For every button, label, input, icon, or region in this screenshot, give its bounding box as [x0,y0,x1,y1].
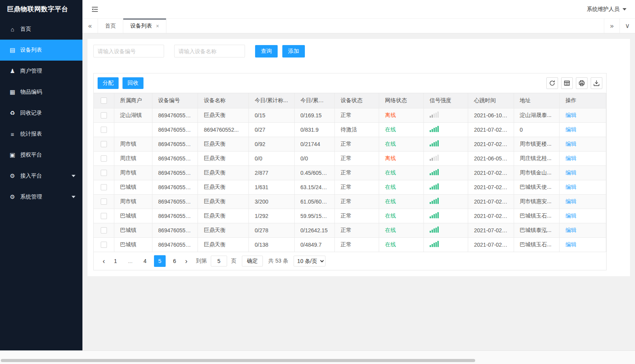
network-status-badge: 离线 [385,112,396,118]
cell-device-status: 正常 [335,165,379,180]
cell-weigh-count: 2/877 [248,165,294,180]
row-checkbox[interactable] [101,213,107,219]
tab-label: 设备列表 [130,23,152,30]
page-button[interactable]: 6 [169,255,180,267]
sidebar-item-system-management[interactable]: ⚙ 系统管理 [0,186,82,207]
pagination-pages: 1 ... 4 5 6 [108,255,182,267]
page-size-select[interactable]: 10 条/页 [294,256,325,266]
add-button[interactable]: 添加 [282,45,305,57]
chevron-down-icon [72,196,75,198]
row-checkbox[interactable] [101,227,107,233]
cell-device-status: 正常 [335,209,379,223]
row-checkbox[interactable] [101,112,107,118]
cell-device-no: 8694760552... [152,108,198,122]
page-button[interactable]: 4 [139,255,151,267]
cell-weigh-weight: 0/0 [294,151,334,165]
edit-link[interactable]: 编辑 [565,198,576,204]
sidebar-item-merchant-management[interactable]: ♟ 商户管理 [0,61,82,82]
table-row: 巴城镇 8694760551... 巨鼎天衡 1/292 59.95/15382… [94,209,606,223]
confirm-button[interactable]: 确定 [242,256,263,266]
page-button[interactable]: ... [124,255,136,267]
main-area: 系统维护人员 « 首页 设备列表 × » ∨ [82,0,635,350]
assign-button[interactable]: 分配 [98,77,119,89]
network-status-badge: 在线 [385,184,396,190]
print-icon[interactable] [576,77,588,89]
page-button[interactable]: 1 [110,255,121,267]
row-checkbox[interactable] [101,155,107,162]
scrollbar-thumb[interactable] [1,359,475,362]
cell-weigh-count: 0/278 [248,223,294,237]
sidebar-item-device-list[interactable]: ▤ 设备列表 [0,40,82,61]
edit-link[interactable]: 编辑 [565,227,576,233]
tab-device-list[interactable]: 设备列表 × [123,19,166,33]
cell-address: 巴城镇天使... [514,180,560,194]
col-network-status: 网络状态 [379,93,423,108]
edit-link[interactable]: 编辑 [565,126,576,132]
recycle-button[interactable]: 回收 [122,77,143,89]
cell-device-status: 正常 [335,180,379,194]
sidebar-item-statistics-report[interactable]: ≡ 统计报表 [0,124,82,145]
sidebar-item-access-platform[interactable]: ⚙ 接入平台 [0,165,82,186]
table-row: 巴城镇 8694760552... 巨鼎天衡 1/631 63.15/24785… [94,180,606,194]
edit-link[interactable]: 编辑 [565,184,576,190]
user-menu[interactable]: 系统维护人员 [587,6,626,13]
table-body: 淀山湖镇 8694760552... 巨鼎天衡 0/15 0/169.15 正常… [94,108,606,252]
signal-strength-icon [430,169,439,175]
sidebar-item-label: 授权平台 [20,152,42,158]
edit-link[interactable]: 编辑 [565,169,576,176]
edit-link[interactable]: 编辑 [565,155,576,161]
cell-device-name: 巨鼎天衡 [198,209,249,223]
prev-page-button[interactable]: ‹ [100,255,108,267]
cell-merchant: 巴城镇 [114,223,152,237]
table-row: 巴城镇 8694760552... 巨鼎天衡 0/278 0/12642.15 … [94,223,606,237]
network-status-badge: 在线 [385,198,396,204]
sidebar-item-label: 系统管理 [20,193,42,200]
columns-icon[interactable] [561,77,573,89]
tabs-scroll-left-button[interactable]: « [82,19,98,33]
refresh-icon[interactable] [546,77,558,89]
edit-link[interactable]: 编辑 [565,112,576,118]
page-button[interactable]: 5 [154,255,166,267]
cell-merchant: 周市镇 [114,194,152,209]
col-actions: 操作 [560,93,606,108]
tab-home[interactable]: 首页 [98,19,123,33]
device-name-input[interactable] [174,45,245,57]
total-count: 共 53 条 [268,258,288,265]
sidebar-collapse-icon[interactable] [91,5,99,13]
next-page-button[interactable]: › [182,255,191,267]
cell-device-no: 8694760552... [152,223,198,237]
goto-page-input[interactable] [211,256,227,266]
tabs-scroll-right-button[interactable]: » [604,19,619,33]
edit-link[interactable]: 编辑 [565,141,576,147]
report-icon: ≡ [9,131,16,138]
cell-merchant: 巴城镇 [114,180,152,194]
row-checkbox[interactable] [101,127,107,133]
row-checkbox[interactable] [101,170,107,176]
sidebar-item-home[interactable]: ⌂ 首页 [0,19,82,40]
gear-icon: ⚙ [9,172,16,179]
edit-link[interactable]: 编辑 [565,241,576,247]
device-no-input[interactable] [93,45,164,57]
page-content: 查询 添加 分配 回收 [82,33,635,350]
export-icon[interactable] [591,77,602,89]
close-icon[interactable]: × [156,23,159,29]
select-all-checkbox[interactable] [101,98,107,104]
sidebar-item-recycle-records[interactable]: ♻ 回收记录 [0,103,82,124]
edit-link[interactable]: 编辑 [565,212,576,219]
query-button[interactable]: 查询 [255,45,278,57]
row-checkbox[interactable] [101,242,107,248]
cell-weigh-weight: 0/21744 [294,137,334,151]
tab-bar: « 首页 设备列表 × » ∨ [82,19,635,33]
row-checkbox[interactable] [101,184,107,190]
sidebar-item-authorization-platform[interactable]: ▣ 授权平台 [0,145,82,165]
cell-merchant: 周市镇 [114,165,152,180]
viewport: 巨鼎物联网数字平台 ⌂ 首页 ▤ 设备列表 ♟ 商户管理 ▦ 物品编码 [0,0,635,364]
tabs-menu-button[interactable]: ∨ [619,19,635,33]
cell-heartbeat: 2021-07-02 ... [468,237,514,252]
row-checkbox[interactable] [101,141,107,147]
cell-heartbeat: 2021-07-02 ... [468,122,514,137]
row-checkbox[interactable] [101,199,107,205]
sidebar-item-item-code[interactable]: ▦ 物品编码 [0,82,82,103]
cell-address: 0 [514,122,560,137]
cell-heartbeat: 2021-06-05 ... [468,151,514,165]
